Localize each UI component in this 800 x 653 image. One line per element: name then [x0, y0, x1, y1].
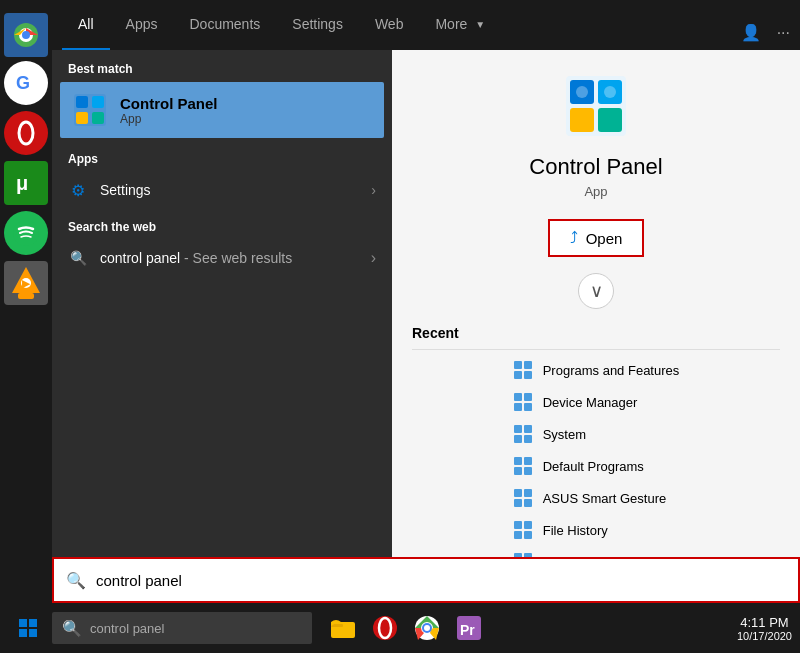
svg-text:Pr: Pr — [460, 622, 475, 638]
apps-label: Apps — [52, 138, 392, 172]
chrome-desktop-icon[interactable] — [4, 13, 48, 57]
svg-rect-44 — [514, 521, 522, 529]
start-button[interactable] — [8, 608, 48, 648]
best-match-item[interactable]: Control Panel App — [60, 82, 384, 138]
recent-item-icon — [513, 360, 533, 380]
svg-rect-31 — [524, 403, 532, 411]
svg-rect-13 — [76, 96, 88, 108]
settings-app-item[interactable]: ⚙ Settings › — [52, 172, 392, 208]
recent-item-icon — [513, 520, 533, 540]
nav-right-actions: 👤 ··· — [741, 23, 790, 50]
search-query: control panel — [100, 250, 180, 266]
best-match-label: Best match — [52, 50, 392, 82]
recent-item-label: System — [543, 427, 586, 442]
time-display: 4:11 PM — [737, 615, 792, 630]
svg-rect-28 — [514, 393, 522, 401]
svg-rect-32 — [514, 425, 522, 433]
search-suffix: - See web results — [180, 250, 292, 266]
chrome-taskbar-icon[interactable] — [408, 609, 446, 647]
tab-documents[interactable]: Documents — [173, 0, 276, 50]
expand-button[interactable]: ∨ — [578, 273, 614, 309]
recent-item[interactable]: ASUS Smart Gesture — [513, 482, 680, 514]
search-bar-icon: 🔍 — [66, 571, 86, 590]
tab-apps[interactable]: Apps — [110, 0, 174, 50]
svg-rect-24 — [514, 361, 522, 369]
svg-rect-33 — [524, 425, 532, 433]
recent-item-label: Device Manager — [543, 395, 638, 410]
opera-desktop-icon[interactable] — [4, 111, 48, 155]
taskbar-right-area: 4:11 PM 10/17/2020 — [737, 615, 792, 642]
tab-more[interactable]: More ▼ — [419, 0, 501, 50]
recent-item-label: File History — [543, 523, 608, 538]
control-panel-icon-small — [72, 92, 108, 128]
premiere-taskbar-icon[interactable]: Pr — [450, 609, 488, 647]
recent-item[interactable]: Device Manager — [513, 386, 680, 418]
more-options-icon[interactable]: ··· — [777, 24, 790, 42]
search-bar-container: 🔍 — [52, 557, 800, 603]
google-desktop-icon[interactable]: G — [4, 61, 48, 105]
settings-gear-icon: ⚙ — [68, 180, 88, 200]
recent-label: Recent — [412, 325, 780, 350]
recent-item[interactable]: File History — [513, 514, 680, 546]
svg-rect-57 — [29, 619, 37, 627]
svg-rect-41 — [524, 489, 532, 497]
recent-item[interactable]: Default Programs — [513, 450, 680, 482]
recent-item[interactable]: System — [513, 418, 680, 450]
search-web-icon: 🔍 — [68, 248, 88, 268]
svg-rect-25 — [524, 361, 532, 369]
file-explorer-taskbar-icon[interactable] — [324, 609, 362, 647]
taskbar-search-icon: 🔍 — [62, 619, 82, 638]
svg-rect-36 — [514, 457, 522, 465]
svg-rect-37 — [524, 457, 532, 465]
recent-item-icon — [513, 488, 533, 508]
utorrent-desktop-icon[interactable]: μ — [4, 161, 48, 205]
recent-item-icon — [513, 424, 533, 444]
svg-rect-9 — [18, 293, 34, 299]
recent-item-label: Programs and Features — [543, 363, 680, 378]
svg-point-7 — [13, 220, 39, 246]
opera-taskbar-icon[interactable] — [366, 609, 404, 647]
open-button[interactable]: ⤴ Open — [548, 219, 645, 257]
vlc-desktop-icon[interactable]: ▶ — [4, 261, 48, 305]
tab-all[interactable]: All — [62, 0, 110, 50]
settings-label: Settings — [100, 182, 359, 198]
svg-rect-38 — [514, 467, 522, 475]
svg-rect-39 — [524, 467, 532, 475]
svg-text:▶: ▶ — [22, 278, 31, 289]
svg-rect-14 — [92, 96, 104, 108]
search-web-arrow-icon: › — [371, 249, 376, 267]
search-input[interactable] — [96, 572, 786, 589]
svg-rect-58 — [19, 629, 27, 637]
tab-web[interactable]: Web — [359, 0, 420, 50]
svg-text:G: G — [16, 73, 30, 93]
svg-rect-40 — [514, 489, 522, 497]
best-match-title: Control Panel — [120, 95, 218, 112]
svg-rect-26 — [514, 371, 522, 379]
recent-item-label: ASUS Smart Gesture — [543, 491, 667, 506]
search-web-item[interactable]: 🔍 control panel - See web results › — [52, 240, 392, 276]
svg-rect-56 — [19, 619, 27, 627]
control-panel-large-icon — [560, 70, 632, 142]
svg-rect-45 — [524, 521, 532, 529]
start-menu: All Apps Documents Settings Web More ▼ 👤… — [52, 0, 800, 653]
clock[interactable]: 4:11 PM 10/17/2020 — [737, 615, 792, 642]
svg-rect-30 — [514, 403, 522, 411]
svg-point-66 — [424, 625, 430, 631]
user-icon[interactable]: 👤 — [741, 23, 761, 42]
svg-rect-59 — [29, 629, 37, 637]
spotify-desktop-icon[interactable] — [4, 211, 48, 255]
svg-rect-27 — [524, 371, 532, 379]
taskbar-search-box[interactable]: 🔍 control panel — [52, 612, 312, 644]
date-display: 10/17/2020 — [737, 630, 792, 642]
taskbar-search-text: control panel — [90, 621, 164, 636]
settings-arrow-icon: › — [371, 182, 376, 198]
recent-item[interactable]: Programs and Features — [513, 354, 680, 386]
tab-settings[interactable]: Settings — [276, 0, 359, 50]
best-match-subtitle: App — [120, 112, 218, 126]
chevron-down-icon: ∨ — [590, 280, 603, 302]
svg-rect-16 — [92, 112, 104, 124]
svg-rect-15 — [76, 112, 88, 124]
search-web-label: Search the web — [52, 208, 392, 240]
bottom-taskbar: 🔍 control panel — [0, 603, 800, 653]
svg-rect-42 — [514, 499, 522, 507]
